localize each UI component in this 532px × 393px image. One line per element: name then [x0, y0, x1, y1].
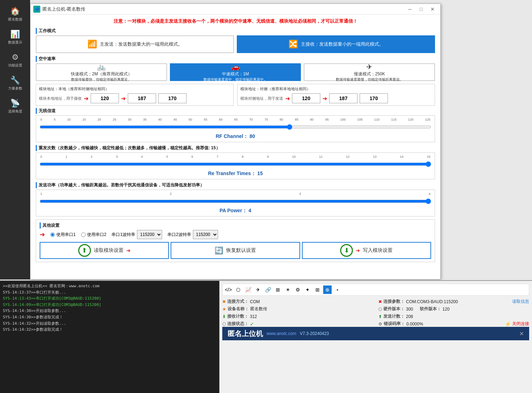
log-line-2: SYS-14:13:43>>串口打开成功[COM3@BAUD:115200] — [3, 295, 216, 302]
brand-close-button[interactable]: ✕ — [519, 330, 524, 337]
air-speed-label: 空中速率 — [36, 56, 435, 62]
sidebar-icon-0: 🏠 — [10, 7, 20, 16]
desktop: 🏠 匿名数据 📊 数据显示 ⚙ 功能设置 🔧 力量参数 📡 选择角度 🔵 匿名上… — [0, 0, 532, 393]
refresh-icon: 🔄 — [214, 246, 223, 255]
connection-type-row: ✖ 连接方式： COM — [222, 299, 373, 305]
read-button[interactable]: ⬆ 读取模块设置 ➔ — [40, 242, 169, 259]
fast-title: 快速模式：2M（推荐用此模式） — [71, 71, 132, 77]
tool-code[interactable]: </> — [224, 285, 233, 294]
tool-star[interactable]: ✦ — [303, 285, 312, 294]
car-icon: 🚗 — [231, 63, 240, 71]
port1-label: 使用串口1 — [56, 232, 76, 238]
conn-status-icon: ✓ — [250, 321, 254, 327]
rf-channel-slider[interactable] — [40, 124, 431, 130]
window-content: 注意：一对模块，必须是主发送主接收各一个，两个模块的空中速率、无线信道、模块地址… — [30, 15, 440, 279]
connection-params-icon: ✖ — [378, 299, 382, 304]
tool-chart[interactable]: 📈 — [244, 285, 252, 294]
slow-title: 慢速模式：250K — [354, 71, 385, 77]
baud1-select[interactable]: 115200 9600 19200 38400 57600 230400 — [137, 230, 162, 239]
device-name-row: ★ 设备名称： 匿名数传 — [222, 306, 373, 312]
tool-sun[interactable]: ☀ — [284, 285, 292, 294]
action-buttons: ⬆ 读取模块设置 ➔ 🔄 恢复默认设置 ⬇ ➔ 写入模块设置 — [40, 242, 431, 259]
remote-address-block: 模块地址：对侧（推荐和本地地址相同） 模块对侧地址，用于发送 ➔ ➔ — [237, 84, 435, 106]
retransfer-slider[interactable] — [40, 161, 431, 167]
local-addr-3[interactable] — [158, 93, 187, 103]
close-conn-btn[interactable]: ⚡ 关闭连接 — [505, 321, 529, 327]
arrow-read: ➔ — [126, 248, 131, 253]
local-addr-1[interactable] — [91, 93, 119, 103]
maximize-button[interactable]: □ — [416, 5, 426, 13]
power-slider-container — [40, 196, 431, 206]
error-rate-label: 错误码率： — [384, 321, 405, 327]
read-info-btn[interactable]: 读取信息 — [512, 299, 529, 305]
restore-label: 恢复默认设置 — [226, 247, 256, 254]
upload-icon: ⬆ — [82, 247, 87, 254]
slow-speed-button[interactable]: ✈ 慢速模式：250K 数据传输速度最慢，但稳定传输距离最远。 — [304, 63, 435, 81]
sidebar-label-3: 力量参数 — [8, 86, 22, 91]
power-slider[interactable] — [40, 198, 431, 204]
restore-button[interactable]: 🔄 恢复默认设置 — [171, 242, 300, 259]
remote-addr-1[interactable] — [292, 93, 320, 103]
rx-count-label: 接收计数： — [227, 313, 248, 319]
retransfer-tick-row: 0123456789101112131415 — [40, 155, 431, 158]
log-line-4: SYS-14:14:30>>开始读取参数... — [3, 308, 216, 314]
toggle-icon: 🔀 — [288, 40, 298, 49]
remote-addr-3[interactable] — [360, 93, 388, 103]
brand-url: www.anotc.com — [267, 331, 296, 336]
work-mode-label: 工作模式 — [36, 28, 435, 34]
star-icon: ★ — [222, 307, 226, 312]
tool-grid[interactable]: ⊞ — [274, 285, 282, 294]
tool-grid2[interactable]: ⊞ — [313, 285, 322, 294]
minimize-button[interactable]: ─ — [405, 5, 415, 13]
sidebar-item-1[interactable]: 📊 数据显示 — [3, 27, 28, 48]
baud1-label: 串口1波特率 — [111, 232, 135, 238]
fast-speed-button[interactable]: 🚲 快速模式：2M（推荐用此模式） 数据传输最快，但稳定传输距离最近。 — [36, 63, 167, 81]
master-receive-button[interactable]: 🔀 主接收：发送数据量小的一端用此模式。 — [237, 35, 435, 53]
tx-count-row: ⬆ 发送计数： 208 — [378, 313, 529, 319]
sw-ver-label: 软件版本： — [420, 306, 441, 312]
tool-link[interactable]: 🔗 — [264, 285, 272, 294]
sidebar-item-3[interactable]: 🔧 力量参数 — [3, 73, 28, 94]
lightning-icon: ⚡ — [505, 321, 511, 327]
hw-ver-row: ⬡ 硬件版本： 300 软件版本： 120 — [378, 306, 529, 312]
port1-radio[interactable] — [50, 232, 55, 237]
sidebar-label-4: 选择角度 — [8, 109, 22, 114]
error-rate-row: ⚙ 错误码率： 0.0000% ⚡ 关闭连接 — [378, 321, 529, 327]
medium-speed-button[interactable]: 🚗 中速模式：1M 数据传输速度居中，稳定传输距离居中。 — [170, 63, 301, 81]
sidebar-label-2: 功能设置 — [8, 63, 22, 68]
retransfer-section-label: 重发次数（次数越少，传输越快，稳定性越低；次数越多，传输越慢，稳定性越高。推荐值… — [36, 145, 435, 151]
arrow-remote-1: ➔ — [285, 95, 290, 102]
port2-radio-label[interactable]: 使用串口2 — [81, 232, 107, 238]
port1-radio-label[interactable]: 使用串口1 — [50, 232, 76, 238]
power-section-label: 发送功率（功率越大，传输距离越远。若数传干扰其他通信设备，可适当降低发射功率） — [36, 182, 435, 188]
connection-params-label: 连接参数： — [383, 299, 405, 305]
address-section: 模块地址：本地（推荐和对侧地址相同） 模块本地地址，用于接收 ➔ ➔ 模块地址：… — [36, 84, 435, 106]
tool-net[interactable]: ⬡ — [234, 285, 242, 294]
title-bar-buttons: ─ □ ✕ — [405, 5, 437, 13]
arrow-local-1: ➔ — [84, 95, 88, 102]
sidebar-item-0[interactable]: 🏠 匿名数据 — [3, 4, 28, 25]
sidebar-item-2[interactable]: ⚙ 功能设置 — [3, 50, 28, 71]
local-address-inputs: 模块本地地址，用于接收 ➔ ➔ — [39, 93, 230, 103]
local-addr-2[interactable] — [128, 93, 156, 103]
write-button[interactable]: ⬇ ➔ 写入模块设置 — [302, 242, 431, 259]
close-button[interactable]: ✕ — [428, 5, 437, 13]
tool-fav[interactable]: ⋆ — [333, 285, 342, 294]
remote-addr-2[interactable] — [329, 93, 357, 103]
rf-slider-container — [40, 121, 431, 132]
tool-gear[interactable]: ⚙ — [293, 285, 302, 294]
power-tick-row: 1234 — [40, 192, 431, 196]
port-row: ➔ 使用串口1 使用串口2 串口1波特率 115200 9600 — [40, 230, 431, 239]
tool-settings-active[interactable]: ⊕ — [323, 285, 332, 294]
sidebar-item-4[interactable]: 📡 选择角度 — [3, 96, 28, 117]
connection-type-value: COM — [250, 299, 260, 304]
master-send-button[interactable]: 📶 主发送：发送数据量大的一端用此模式。 — [36, 35, 234, 53]
baud2-select[interactable]: 115200 9600 19200 38400 57600 230400 — [193, 230, 218, 239]
other-settings: 其他设置 ➔ 使用串口1 使用串口2 串口1波特率 115200 — [36, 219, 435, 262]
power-value-num: 4 — [248, 208, 251, 213]
tool-send[interactable]: ✈ — [254, 285, 262, 294]
warning-text: 注意：一对模块，必须是主发送主接收各一个，两个模块的空中速率、无线信道、模块地址… — [36, 18, 435, 24]
baud2-group: 串口2波特率 115200 9600 19200 38400 57600 230… — [167, 230, 218, 239]
rf-tick-row: 0510152025303540455055606570758085909510… — [40, 118, 431, 121]
port2-radio[interactable] — [81, 232, 86, 237]
